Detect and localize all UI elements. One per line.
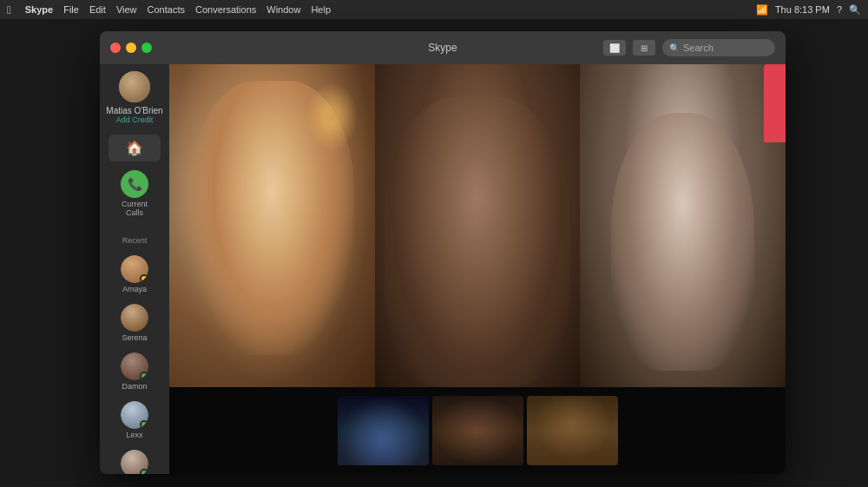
titlebar: Skype ⬜ ⊞ 🔍 Search [100,31,786,64]
clock: Thu 8:13 PM [775,4,830,15]
amaya-name: Amaya [122,285,147,293]
sidebar-item-aj[interactable]: AJ [108,446,161,474]
sidebar: Matias O'Brien Add Credit 🏠 📞 Current Ca… [100,64,169,474]
window-menu[interactable]: Window [266,4,300,15]
grid-icon: ⊞ [641,43,648,53]
help-menu[interactable]: Help [311,4,331,15]
file-menu[interactable]: File [63,4,79,15]
serena-name: Serena [122,333,147,342]
menubar-left:  Skype File Edit View Contacts Conversa… [7,3,331,16]
search-icon: 🔍 [669,43,680,53]
maximize-button[interactable] [141,43,152,53]
damon-name: Damon [122,382,147,391]
sidebar-item-current-calls[interactable]: 📞 Current Calls [108,165,161,222]
lexx-status [140,420,148,429]
current-calls-label: Current Calls [112,200,157,217]
aj-avatar [121,450,148,474]
share-button[interactable]: ⬜ [603,40,626,56]
window-body: Matias O'Brien Add Credit 🏠 📞 Current Ca… [100,64,786,474]
avatar [119,71,150,102]
video-cell-2 [375,64,581,387]
window-title: Skype [428,42,457,54]
video-grid [169,64,786,474]
sidebar-item-serena[interactable]: Serena [108,300,161,346]
search-icon[interactable]: 🔍 [849,4,861,16]
search-box[interactable]: 🔍 Search [662,39,775,56]
serena-avatar [121,304,148,332]
menubar:  Skype File Edit View Contacts Conversa… [0,0,868,19]
minimize-button[interactable] [126,43,136,53]
amaya-status [140,274,148,283]
untitled-window [764,64,786,142]
add-credit-link[interactable]: Add Credit [116,115,154,124]
video-call-area: TITLED [169,64,786,474]
home-icon: 🏠 [126,140,143,156]
view-menu[interactable]: View [116,4,137,15]
titlebar-right: ⬜ ⊞ 🔍 Search [603,39,775,56]
video-cell-3 [580,64,786,387]
damon-status [140,372,148,380]
profile-name: Matias O'Brien [106,106,162,115]
aj-status [140,469,148,474]
close-button[interactable] [110,43,121,53]
share-icon: ⬜ [609,43,620,53]
thumbnail-bar [169,387,786,474]
menubar-right: 📶 Thu 8:13 PM ? 🔍 [756,4,861,16]
lexx-avatar [121,401,148,429]
video-cell-1 [169,64,375,387]
person-2-face [385,96,569,387]
edit-menu[interactable]: Edit [89,4,106,15]
contacts-menu[interactable]: Contacts [148,4,185,15]
thumbnail-3[interactable] [527,396,618,465]
lexx-name: Lexx [126,431,142,439]
apple-menu[interactable]:  [7,3,11,16]
person-3-face [611,113,755,372]
person-1-face [190,81,354,355]
search-placeholder: Search [683,43,713,53]
phone-icon: 📞 [121,170,148,198]
amaya-avatar [121,255,148,283]
sidebar-item-damon[interactable]: Damon [108,349,161,394]
app-menu[interactable]: Skype [25,4,53,15]
sidebar-item-lexx[interactable]: Lexx [108,398,161,443]
sidebar-item-home[interactable]: 🏠 [108,135,161,161]
help-icon: ? [837,4,842,15]
wifi-icon: 📶 [756,4,768,16]
thumbnail-1[interactable] [338,396,429,465]
grid-button[interactable]: ⊞ [633,40,655,56]
skype-window: Skype ⬜ ⊞ 🔍 Search Matias O'Brien Add Cr… [100,31,786,474]
recent-label: Recent [122,236,148,245]
traffic-lights [110,43,152,53]
user-profile: Matias O'Brien Add Credit [106,71,162,124]
conversations-menu[interactable]: Conversations [195,4,256,15]
damon-avatar [121,352,148,380]
thumbnail-2[interactable] [432,396,523,465]
sidebar-item-amaya[interactable]: Amaya [108,252,161,297]
